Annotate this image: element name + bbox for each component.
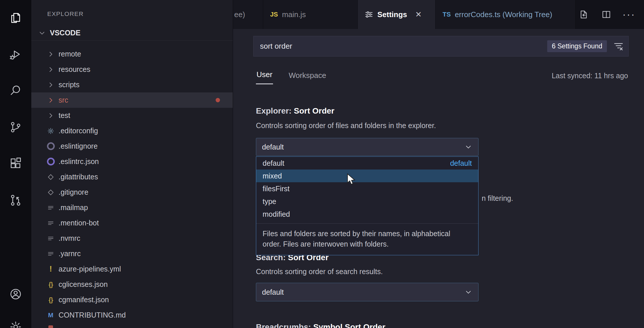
setting-name: Sort Order bbox=[294, 106, 334, 115]
dropdown-option-mixed[interactable]: mixed bbox=[256, 170, 478, 182]
option-label: type bbox=[263, 197, 276, 206]
tab-label: ee) bbox=[234, 10, 245, 19]
open-changes-icon[interactable] bbox=[578, 9, 589, 20]
extensions-icon[interactable] bbox=[9, 156, 23, 170]
tree-item-mention-bot[interactable]: .mention-bot bbox=[31, 215, 233, 231]
dropdown-option-default[interactable]: default default bbox=[256, 157, 478, 170]
chevron-right-icon bbox=[46, 50, 55, 59]
tab-settings[interactable]: Settings ✕ bbox=[358, 0, 436, 29]
tree-item-label: .editorconfig bbox=[59, 127, 98, 135]
list-icon bbox=[46, 234, 55, 243]
sort-order-dropdown-panel: default default mixed filesFirst type mo… bbox=[256, 156, 479, 255]
tree-item-resources[interactable]: resources bbox=[31, 62, 233, 77]
explorer-sort-order-select[interactable]: default bbox=[256, 138, 479, 156]
tree-item-label: .eslintignore bbox=[59, 142, 98, 150]
dropdown-option-filesfirst[interactable]: filesFirst bbox=[256, 182, 478, 195]
close-icon[interactable]: ✕ bbox=[415, 10, 422, 19]
tab-main-js[interactable]: JS main.js bbox=[263, 0, 358, 29]
tree-root-vscode[interactable]: VSCODE bbox=[31, 25, 233, 41]
warning-icon: ! bbox=[46, 265, 55, 274]
option-label: mixed bbox=[263, 172, 282, 180]
list-icon bbox=[46, 219, 55, 227]
tab-bar: ee) JS main.js Settings ✕ TS errorCodes.… bbox=[233, 0, 644, 29]
tree-item-partial[interactable] bbox=[31, 323, 233, 328]
explorer-sidebar: EXPLORER VSCODE remote resources scripts bbox=[31, 0, 233, 328]
tree-root-label: VSCODE bbox=[50, 29, 81, 37]
tab-label: Settings bbox=[377, 10, 407, 19]
run-debug-icon[interactable] bbox=[9, 48, 23, 61]
tab-workspace[interactable]: Workspace bbox=[288, 71, 327, 84]
tree-item-contributing[interactable]: M CONTRIBUTING.md bbox=[31, 307, 233, 323]
git-icon bbox=[46, 173, 55, 181]
tree-item-cglicenses[interactable]: {} cglicenses.json bbox=[31, 277, 233, 292]
tab-partial[interactable]: ee) bbox=[233, 0, 263, 29]
dropdown-option-type[interactable]: type bbox=[256, 195, 478, 208]
settings-sliders-icon bbox=[365, 10, 373, 19]
settings-editor: 6 Settings Found User Workspace Last syn… bbox=[233, 29, 644, 328]
tree-item-label: test bbox=[59, 111, 70, 120]
js-file-icon: JS bbox=[270, 11, 278, 18]
explorer-icon[interactable] bbox=[9, 11, 23, 25]
eslint-icon bbox=[46, 157, 55, 166]
dropdown-option-modified[interactable]: modified bbox=[256, 208, 478, 221]
tree-item-gitignore[interactable]: .gitignore bbox=[31, 185, 233, 200]
eslint-icon bbox=[46, 142, 55, 151]
more-actions-icon[interactable]: ··· bbox=[624, 9, 634, 20]
option-label: modified bbox=[263, 210, 290, 218]
tree-item-cgmanifest[interactable]: {} cgmanifest.json bbox=[31, 292, 233, 307]
markdown-icon: M bbox=[46, 311, 55, 320]
tree-item-label: .nvmrc bbox=[59, 234, 80, 243]
json-braces-icon: {} bbox=[46, 296, 55, 304]
tree-item-label: remote bbox=[59, 50, 81, 58]
tree-item-label: .mention-bot bbox=[59, 219, 99, 227]
tree-item-remote[interactable]: remote bbox=[31, 46, 233, 62]
source-control-icon[interactable] bbox=[9, 120, 23, 134]
tree-item-scripts[interactable]: scripts bbox=[31, 77, 233, 92]
setting-name: Symbol Sort Order bbox=[313, 322, 385, 328]
settings-search-input[interactable] bbox=[254, 41, 547, 51]
chevron-right-icon bbox=[46, 96, 55, 105]
tree-item-gitattributes[interactable]: .gitattributes bbox=[31, 169, 233, 185]
tree-item-azure-pipelines[interactable]: ! azure-pipelines.yml bbox=[31, 261, 233, 277]
tree-item-test[interactable]: test bbox=[31, 108, 233, 123]
tab-label: main.js bbox=[282, 10, 306, 19]
tree-item-label: cglicenses.json bbox=[59, 280, 108, 289]
settings-gear-icon[interactable] bbox=[9, 320, 23, 328]
activity-bar bbox=[0, 0, 31, 328]
tree-item-src[interactable]: src bbox=[31, 92, 233, 108]
tab-errorcodes[interactable]: TS errorCodes.ts (Working Tree) bbox=[436, 0, 576, 29]
gear-icon bbox=[46, 127, 55, 135]
option-label: filesFirst bbox=[263, 185, 290, 193]
tree-item-label: CONTRIBUTING.md bbox=[59, 311, 126, 319]
json-braces-icon: {} bbox=[46, 280, 55, 289]
clear-filter-icon[interactable] bbox=[613, 41, 624, 52]
tree-item-label: .gitignore bbox=[59, 188, 88, 196]
tab-user[interactable]: User bbox=[256, 70, 273, 84]
setting-category: Explorer: bbox=[256, 106, 294, 115]
tree-item-mailmap[interactable]: .mailmap bbox=[31, 200, 233, 215]
github-pull-requests-icon[interactable] bbox=[9, 193, 23, 207]
chevron-right-icon bbox=[46, 65, 55, 74]
setting-category: Breadcrumbs: bbox=[256, 322, 313, 328]
tree-item-editorconfig[interactable]: .editorconfig bbox=[31, 123, 233, 139]
tree-item-label: .yarnrc bbox=[59, 249, 81, 258]
modified-dot-badge bbox=[216, 98, 220, 102]
tree-item-label: scripts bbox=[59, 81, 79, 89]
select-value: default bbox=[262, 288, 284, 296]
tree-item-nvmrc[interactable]: .nvmrc bbox=[31, 231, 233, 246]
search-sort-order-select[interactable]: default bbox=[256, 283, 479, 301]
tree-item-label: cgmanifest.json bbox=[59, 296, 109, 304]
last-synced-label: Last synced: 11 hrs ago bbox=[552, 72, 628, 84]
tree-item-yarnrc[interactable]: .yarnrc bbox=[31, 246, 233, 261]
search-icon[interactable] bbox=[9, 83, 23, 97]
tree-item-eslintrc[interactable]: .eslintrc.json bbox=[31, 154, 233, 169]
tree-item-label: .gitattributes bbox=[59, 173, 98, 181]
split-editor-icon[interactable] bbox=[601, 9, 612, 20]
tree-item-eslintignore[interactable]: .eslintignore bbox=[31, 139, 233, 154]
chevron-down-icon bbox=[38, 29, 46, 37]
list-icon bbox=[46, 249, 55, 258]
option-label: default bbox=[263, 159, 284, 167]
accounts-icon[interactable] bbox=[9, 287, 23, 301]
clipped-description-fragment: n filtering. bbox=[482, 194, 513, 203]
tree-item-label: resources bbox=[59, 65, 90, 74]
